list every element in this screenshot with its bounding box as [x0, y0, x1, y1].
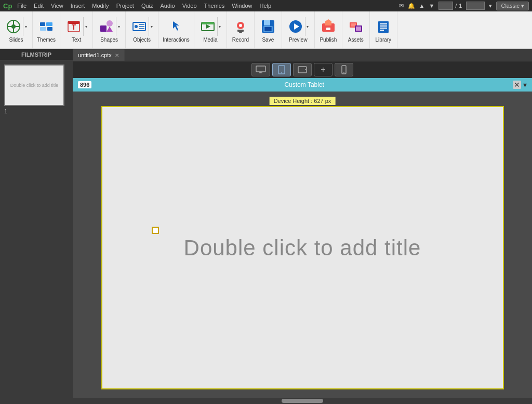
media-icon [200, 18, 216, 35]
svg-point-52 [343, 72, 344, 73]
record-label: Record [232, 37, 249, 43]
filmstrip-content: Double click to add title 1 [0, 60, 73, 404]
media-split[interactable]: ▾ [198, 17, 222, 36]
canvas-area: untitled1.cptx ✕ [73, 49, 532, 404]
tab-untitled1[interactable]: untitled1.cptx ✕ [73, 49, 125, 61]
ribbon-media[interactable]: ▾ Media [194, 11, 227, 48]
canvas-hscroll[interactable] [73, 398, 532, 404]
slide-thumbnail-1[interactable]: Double click to add title [4, 64, 64, 106]
slide-canvas-container[interactable]: Device Height : 627 px Double click to a… [73, 92, 532, 398]
menu-quiz[interactable]: Quiz [141, 3, 153, 9]
objects-icon-wrap [130, 17, 149, 36]
tablet-banner-settings[interactable]: ▾ [523, 81, 527, 89]
library-icon-wrap [374, 17, 393, 36]
zoom-input[interactable]: 100 [466, 2, 485, 10]
slide-canvas[interactable]: Double click to add title [101, 106, 504, 389]
ribbon-preview[interactable]: ▾ Preview [282, 11, 315, 48]
preview-icon [287, 18, 304, 35]
ribbon-text[interactable]: T ▾ Text [60, 11, 93, 48]
slide-title-placeholder[interactable]: Double click to add title [184, 236, 421, 260]
menu-modify[interactable]: Modify [92, 3, 109, 9]
classic-button[interactable]: Classic ▾ [496, 2, 529, 10]
menu-audio[interactable]: Audio [161, 3, 175, 9]
menu-project[interactable]: Project [116, 3, 134, 9]
slide-number-1: 1 [4, 108, 69, 114]
svg-rect-7 [47, 27, 52, 31]
publish-label: Publish [320, 37, 337, 43]
device-tablet-landscape-btn[interactable] [293, 63, 312, 76]
titlebar-right: ✉ 🔔 ▲ ▼ 1 / 1 100 ▾ Classic ▾ [399, 2, 529, 10]
shapes-split[interactable]: ▾ [97, 17, 121, 36]
media-label: Media [203, 37, 217, 43]
interactions-label: Interactions [163, 37, 190, 43]
objects-split[interactable]: ▾ [130, 17, 154, 36]
device-tablet-portrait-btn[interactable] [272, 63, 291, 76]
text-split[interactable]: T ▾ [64, 17, 88, 36]
icon-down: ▼ [429, 3, 434, 9]
save-label: Save [262, 37, 274, 43]
objects-arrow[interactable]: ▾ [149, 17, 154, 36]
text-arrow[interactable]: ▾ [83, 17, 88, 36]
assets-label: Assets [348, 37, 364, 43]
ribbon-objects[interactable]: ▾ Objects [126, 11, 158, 48]
ribbon-shapes[interactable]: ▾ Shapes [93, 11, 126, 48]
preview-arrow[interactable]: ▾ [305, 17, 310, 36]
shapes-icon-wrap [97, 17, 116, 36]
shapes-icon [98, 18, 115, 35]
ribbon-library[interactable]: Library [370, 11, 397, 48]
slides-arrow[interactable]: ▾ [23, 17, 28, 36]
menu-window[interactable]: Window [232, 3, 252, 9]
slide-current-input[interactable]: 1 [438, 2, 453, 10]
ribbon-slides[interactable]: ▾ Slides [0, 11, 33, 48]
svg-rect-27 [264, 20, 270, 25]
slides-label: Slides [9, 37, 23, 43]
zoom-dropdown-icon[interactable]: ▾ [489, 3, 492, 9]
ribbon-interactions[interactable]: Interactions [158, 11, 194, 48]
text-icon: T [65, 18, 82, 35]
svg-rect-21 [202, 22, 214, 24]
ribbon-save[interactable]: Save [255, 11, 282, 48]
tab-close-button[interactable]: ✕ [115, 53, 119, 58]
device-desktop-btn[interactable] [251, 63, 270, 76]
publish-icon [320, 18, 337, 35]
media-arrow[interactable]: ▾ [217, 17, 222, 36]
shapes-label: Shapes [100, 37, 118, 43]
tablet-banner-close[interactable]: ✕ [513, 81, 521, 89]
menu-themes[interactable]: Themes [204, 3, 225, 9]
svg-rect-41 [380, 25, 387, 27]
tablet-landscape-icon [298, 66, 307, 73]
filmstrip-panel: FILMSTRIP Double click to add title 1 [0, 49, 73, 404]
title-handle[interactable] [152, 227, 159, 234]
slide-total: 1 [459, 3, 462, 9]
assets-icon-wrap [347, 17, 365, 36]
text-label: Text [72, 37, 81, 43]
device-height-label: Device Height : 627 px [270, 97, 336, 105]
ribbon-record[interactable]: Record [227, 11, 255, 48]
menu-video[interactable]: Video [182, 3, 197, 9]
svg-rect-40 [380, 23, 387, 24]
slides-split[interactable]: ▾ [4, 17, 28, 36]
svg-rect-39 [378, 21, 389, 33]
preview-split[interactable]: ▾ [286, 17, 310, 36]
menu-file[interactable]: File [17, 3, 26, 9]
hscroll-thumb[interactable] [282, 399, 323, 403]
mobile-icon [341, 65, 347, 74]
svg-rect-4 [40, 22, 45, 26]
menu-help[interactable]: Help [259, 3, 271, 9]
tablet-portrait-icon [278, 65, 285, 74]
device-bar: + [73, 61, 532, 78]
preview-icon-wrap [286, 17, 305, 36]
ribbon-assets[interactable]: Assets [342, 11, 370, 48]
svg-point-3 [11, 24, 16, 29]
device-add-btn[interactable]: + [314, 63, 332, 76]
menu-view[interactable]: View [51, 3, 63, 9]
svg-rect-6 [40, 27, 46, 31]
device-mobile-btn[interactable] [335, 63, 353, 76]
menu-edit[interactable]: Edit [34, 3, 44, 9]
ribbon: ▾ Slides Themes T ▾ Tex [0, 11, 532, 49]
menu-insert[interactable]: Insert [71, 3, 85, 9]
ribbon-publish[interactable]: Publish [315, 11, 342, 48]
interactions-icon [168, 18, 184, 35]
shapes-arrow[interactable]: ▾ [116, 17, 121, 36]
ribbon-themes[interactable]: Themes [33, 11, 60, 48]
